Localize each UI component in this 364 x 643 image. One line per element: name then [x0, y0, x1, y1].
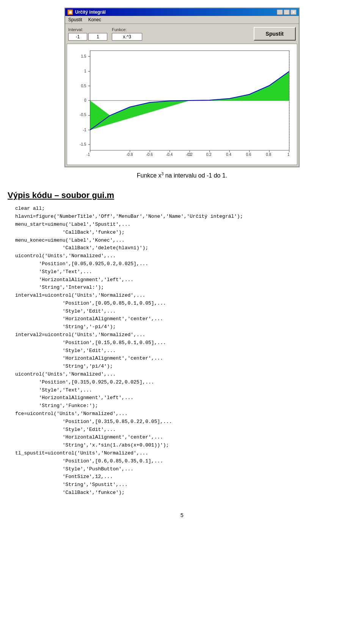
svg-text:0.2: 0.2 — [206, 152, 212, 157]
svg-text:-1.5: -1.5 — [80, 142, 86, 146]
svg-text:0: 0 — [84, 98, 86, 102]
svg-text:-0.5: -0.5 — [80, 113, 86, 117]
svg-text:-1: -1 — [83, 128, 86, 132]
menu-spustit[interactable]: Spustit — [67, 17, 84, 23]
maximize-button[interactable]: □ — [284, 9, 290, 15]
close-button[interactable]: ✕ — [290, 9, 297, 15]
plot-area: -1 -0.8 -0.6 -0.4 -0.2 0 0.2 0.4 0.6 0.8… — [67, 44, 297, 165]
menu-bar: Spustit Konec — [65, 16, 299, 24]
svg-text:1: 1 — [287, 152, 290, 157]
svg-text:0: 0 — [188, 152, 191, 157]
figure-caption-rest: na intervalu od -1 do 1. — [163, 172, 227, 179]
interval-input-2[interactable] — [88, 33, 107, 41]
svg-text:1.5: 1.5 — [81, 54, 86, 58]
funkce-input-row — [112, 33, 142, 41]
minimize-button[interactable]: _ — [277, 9, 283, 15]
interval-inputs — [68, 33, 107, 41]
svg-rect-0 — [67, 47, 297, 162]
controls-area: Interval: Funkce: Spustit — [65, 24, 299, 44]
figure-caption-text: Funkce x — [137, 172, 162, 179]
interval-input-1[interactable] — [68, 33, 87, 41]
title-buttons: _ □ ✕ — [277, 9, 297, 15]
window-icon: ▣ — [67, 9, 73, 15]
svg-text:-0.8: -0.8 — [126, 152, 133, 157]
section-title: Výpis kódu – soubor gui.m — [8, 190, 356, 200]
svg-text:0.8: 0.8 — [266, 152, 271, 157]
figure-container: ▣ Určitý integrál _ □ ✕ Spustit Konec In… — [8, 8, 356, 179]
menu-konec[interactable]: Konec — [87, 17, 103, 23]
title-bar: ▣ Určitý integrál _ □ ✕ — [65, 8, 299, 16]
funkce-label: Funkce: — [112, 27, 142, 32]
code-block: clear all; hlavni=figure('NumberTitle','… — [8, 205, 356, 497]
svg-text:0.4: 0.4 — [226, 152, 231, 157]
svg-text:-0.4: -0.4 — [166, 152, 173, 157]
matlab-window: ▣ Určitý integrál _ □ ✕ Spustit Konec In… — [64, 8, 300, 167]
window-title: Určitý integrál — [75, 9, 106, 15]
spustit-button[interactable]: Spustit — [254, 27, 296, 41]
svg-text:1: 1 — [84, 69, 86, 73]
funkce-input[interactable] — [112, 33, 142, 41]
plot-svg: -1 -0.8 -0.6 -0.4 -0.2 0 0.2 0.4 0.6 0.8… — [67, 44, 297, 165]
figure-caption: Funkce x3 na intervalu od -1 do 1. — [137, 172, 228, 179]
svg-text:0.5: 0.5 — [81, 84, 86, 88]
svg-text:-0.6: -0.6 — [146, 152, 153, 157]
svg-text:0.6: 0.6 — [246, 152, 251, 157]
svg-text:-1: -1 — [86, 152, 90, 157]
funkce-group: Funkce: — [112, 27, 142, 41]
page-number: 5 — [8, 512, 356, 518]
interval-group: Interval: — [68, 27, 107, 41]
interval-label: Interval: — [68, 27, 107, 32]
